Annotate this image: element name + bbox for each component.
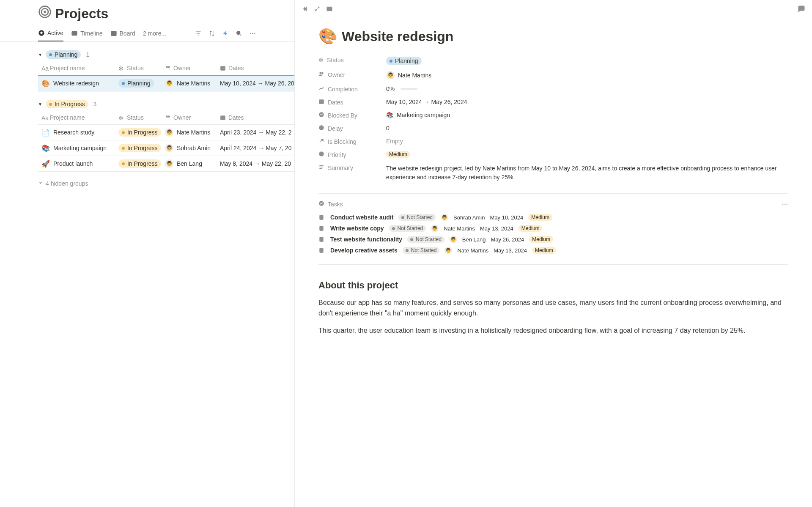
svg-point-20 (166, 116, 168, 118)
prop-value-status[interactable]: Planning (386, 57, 788, 65)
cell-name: 🚀Product launch (38, 160, 118, 168)
group-header[interactable]: ▼ Planning 1 (38, 48, 294, 61)
detail-header: 🎨 Website redesign (295, 19, 812, 54)
people-icon (165, 65, 171, 71)
svg-point-2 (44, 11, 46, 13)
prop-label-isblocking[interactable]: Is Blocking (318, 138, 386, 145)
prop-value-blockedby[interactable]: 📚Marketing campaign (386, 112, 788, 118)
group-count: 3 (93, 101, 97, 107)
table-row[interactable]: 🎨Website redesign Planning 👨Nate Martins… (38, 75, 294, 91)
task-priority: Medium (532, 247, 556, 254)
task-title: Write website copy (330, 225, 384, 232)
prop-label-status[interactable]: ✻Status (318, 57, 386, 63)
status-pill: In Progress (46, 100, 88, 108)
prop-value-owner[interactable]: 👨Nate Martins (386, 71, 788, 79)
task-row[interactable]: Develop creative assets Not Started 👨 Na… (295, 245, 812, 256)
prop-value-isblocking[interactable]: Empty (386, 138, 788, 145)
palette-icon[interactable]: 🎨 (318, 27, 337, 45)
group-header[interactable]: ▼ In Progress 3 (38, 97, 294, 111)
tab-board[interactable]: Board (110, 30, 135, 41)
sort-icon[interactable] (208, 30, 216, 37)
prop-label-blockedby[interactable]: Blocked By (318, 112, 386, 119)
people-icon (165, 115, 171, 121)
svg-line-13 (240, 34, 241, 36)
cell-name: 🎨Website redesign (38, 79, 118, 88)
task-status: Not Started (403, 247, 440, 254)
column-owner[interactable]: Owner (165, 65, 220, 71)
svg-rect-46 (320, 248, 323, 253)
column-status[interactable]: ✻Status (118, 114, 165, 121)
avatar: 👨 (165, 79, 173, 88)
task-title: Develop creative assets (330, 247, 398, 254)
star-icon (38, 30, 45, 36)
avatar: 👨 (165, 128, 173, 137)
column-dates[interactable]: Dates (220, 65, 294, 71)
group-section: ▼ Planning 1 AaProject name ✻Status Owne… (0, 42, 294, 91)
svg-rect-32 (320, 114, 323, 115)
prop-label-completion[interactable]: Completion (318, 85, 386, 93)
prop-label-dates[interactable]: Dates (318, 99, 386, 106)
column-name[interactable]: AaProject name (38, 65, 118, 71)
peek-mode-icon[interactable] (326, 5, 333, 14)
tab-timeline[interactable]: Timeline (71, 30, 102, 41)
column-dates[interactable]: Dates (220, 114, 294, 121)
table-row[interactable]: 📚Marketing campaign In Progress 👨Sohrab … (38, 140, 294, 156)
progress-bar (401, 88, 417, 90)
prop-value-completion[interactable]: 0% (386, 85, 788, 92)
prop-label-summary[interactable]: Summary (318, 164, 386, 171)
prop-value-summary[interactable]: The website redesign project, led by Nat… (386, 164, 788, 182)
table-row[interactable]: 📄Research study In Progress 👨Nate Martin… (38, 125, 294, 140)
more-icon[interactable] (249, 30, 256, 37)
about-paragraph[interactable]: This quarter, the user education team is… (318, 326, 788, 336)
cell-dates: April 23, 2024 → May 22, 2 (220, 129, 294, 136)
task-title: Conduct website audit (330, 214, 393, 221)
prop-value-dates[interactable]: May 10, 2024 → May 26, 2024 (386, 99, 788, 105)
page-title: Projects (55, 6, 108, 22)
collapse-icon[interactable] (302, 5, 308, 14)
prop-value-priority[interactable]: Medium (386, 151, 788, 158)
task-row[interactable]: Test website functionality Not Started 👨… (295, 234, 812, 245)
task-row[interactable]: Conduct website audit Not Started 👨 Sohr… (295, 212, 812, 223)
task-row[interactable]: Write website copy Not Started 👨 Nate Ma… (295, 223, 812, 234)
prop-label-delay[interactable]: Delay (318, 125, 386, 132)
svg-rect-22 (221, 116, 225, 120)
about-paragraph[interactable]: Because our app has so many features, an… (318, 298, 788, 319)
task-title: Test website functionality (330, 236, 402, 243)
hidden-groups-label: 4 hidden groups (46, 180, 88, 187)
filter-icon[interactable] (195, 30, 202, 37)
detail-title[interactable]: Website redesign (342, 29, 453, 44)
svg-rect-44 (320, 237, 323, 242)
table-row[interactable]: 🚀Product launch In Progress 👨Ben Lang Ma… (38, 156, 294, 172)
text-icon: Aa (41, 65, 47, 71)
prop-label-owner[interactable]: Owner (318, 71, 386, 78)
cell-status: In Progress (118, 128, 165, 137)
prop-label-priority[interactable]: Priority (318, 151, 386, 158)
column-name[interactable]: AaProject name (38, 114, 118, 121)
svg-rect-42 (320, 226, 323, 231)
column-owner[interactable]: Owner (165, 114, 220, 121)
chevron-down-icon[interactable]: ▼ (38, 52, 42, 57)
tab-more[interactable]: 2 more... (143, 30, 166, 41)
expand-icon[interactable] (314, 6, 320, 13)
board-icon (110, 30, 117, 37)
page-icon (318, 214, 325, 220)
prop-value-delay[interactable]: 0 (386, 125, 788, 132)
tab-active[interactable]: Active (38, 30, 63, 41)
avatar: 👨 (431, 225, 439, 232)
detail-panel: 🎨 Website redesign ✻Status Planning Owne… (294, 0, 812, 507)
loading-icon: ✻ (118, 115, 124, 121)
task-date: May 26, 2024 (491, 236, 524, 243)
priority-icon (318, 151, 324, 158)
status-pill: Planning (46, 50, 81, 59)
svg-point-12 (237, 31, 240, 35)
column-status[interactable]: ✻Status (118, 65, 165, 71)
tasks-more-icon[interactable]: ··· (782, 201, 788, 208)
search-icon[interactable] (235, 30, 243, 37)
comment-icon[interactable] (798, 5, 805, 14)
hidden-groups-toggle[interactable]: 4 hidden groups (0, 172, 294, 187)
task-date: May 10, 2024 (490, 214, 523, 221)
chevron-down-icon[interactable]: ▼ (38, 102, 42, 107)
view-toolbar (195, 30, 256, 41)
cell-dates: May 8, 2024 → May 22, 20 (220, 160, 294, 167)
automation-icon[interactable] (222, 30, 229, 37)
